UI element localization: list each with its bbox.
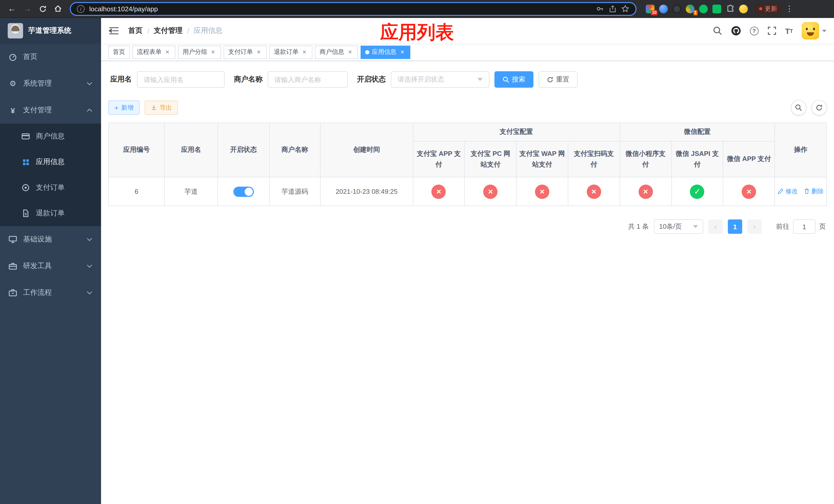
sidebar-item-label: 退款订单	[36, 209, 65, 218]
monitor-icon	[9, 235, 17, 244]
sidebar-item-label: 应用信息	[36, 157, 65, 167]
tab-close-icon[interactable]: ✕	[347, 49, 353, 55]
tab-close-icon[interactable]: ✕	[399, 49, 406, 55]
address-bar[interactable]: i localhost:1024/pay/app	[70, 2, 637, 16]
site-info-icon[interactable]: i	[77, 5, 85, 13]
refresh-table-button[interactable]	[811, 100, 827, 115]
sidebar-item-home[interactable]: 首页	[0, 44, 101, 70]
extensions-puzzle-icon[interactable]	[726, 4, 734, 13]
extension-icon[interactable]: 10	[646, 4, 655, 13]
page-unit-label: 页	[819, 222, 826, 231]
col-wx-jsapi: 微信 JSAPI 支付	[672, 141, 723, 177]
extension-icon[interactable]	[659, 4, 668, 13]
cell-app-name: 芋道	[164, 177, 218, 206]
merchant-name-input[interactable]	[275, 76, 341, 83]
col-alipay-wap: 支付宝 WAP 网站支付	[516, 141, 568, 177]
sidebar-item-label: 工作流程	[23, 288, 52, 297]
tab-close-icon[interactable]: ✕	[164, 49, 171, 55]
edit-button[interactable]: 修改	[778, 187, 798, 196]
sidebar-item-workflow[interactable]: 工作流程	[0, 279, 101, 306]
extension-icon[interactable]	[699, 4, 708, 13]
back-icon[interactable]: ←	[5, 2, 19, 15]
search-icon[interactable]	[713, 26, 722, 36]
password-key-icon[interactable]	[596, 5, 604, 13]
gear-icon: ⚙	[9, 79, 17, 88]
add-button[interactable]: + 新增	[108, 100, 139, 115]
cell-status	[218, 177, 269, 206]
browser-menu-icon[interactable]: ⋮	[784, 4, 794, 13]
merchant-name-input-wrap	[268, 71, 348, 88]
extension-icon[interactable]	[673, 4, 681, 13]
search-button[interactable]: 搜索	[495, 71, 533, 88]
tab-label: 退款订单	[274, 48, 299, 56]
extension-icon[interactable]	[712, 4, 721, 13]
breadcrumb-payment[interactable]: 支付管理	[154, 26, 182, 36]
sidebar-logo[interactable]: 芋道管理系统	[0, 18, 101, 44]
browser-update-button[interactable]: 更新	[754, 3, 782, 14]
col-created: 创建时间	[320, 123, 413, 177]
breadcrumb-separator: /	[187, 27, 189, 35]
toggle-search-button[interactable]	[791, 100, 806, 115]
status-toggle[interactable]	[233, 186, 254, 197]
sidebar-item-dev-tools[interactable]: 研发工具	[0, 253, 101, 279]
navbar-actions: ? TT	[713, 22, 826, 40]
tab-home[interactable]: 首页	[108, 45, 130, 59]
extension-emoji-icon[interactable]	[739, 4, 748, 13]
plus-icon: +	[114, 104, 118, 111]
reset-button[interactable]: 重置	[539, 71, 577, 88]
delete-button[interactable]: 删除	[804, 187, 824, 196]
tab-user-group[interactable]: 用户分组 ✕	[178, 45, 221, 59]
sidebar-item-pay-orders[interactable]: 支付订单	[0, 175, 101, 201]
browser-window: ← → i localhost:1024/pay/app 10 1	[0, 0, 834, 504]
font-size-icon[interactable]: TT	[785, 26, 793, 35]
chevron-up-icon	[87, 108, 92, 112]
export-button[interactable]: 导出	[145, 100, 178, 115]
hamburger-icon[interactable]	[109, 25, 120, 37]
extension-badge: 1	[693, 10, 698, 15]
status-select[interactable]: 请选择开启状态	[391, 71, 489, 88]
extensions-strip: 10 1	[646, 4, 748, 13]
page-number-button[interactable]: 1	[728, 220, 742, 234]
cell-alipay-wap: ×	[516, 177, 568, 206]
delete-label: 删除	[811, 187, 824, 196]
sidebar-item-merchant-info[interactable]: 商户信息	[0, 123, 101, 149]
home-icon[interactable]	[51, 2, 65, 15]
help-icon[interactable]: ?	[750, 26, 758, 35]
share-icon[interactable]	[609, 5, 616, 13]
extension-icon[interactable]: 1	[686, 4, 695, 13]
breadcrumb-current: 应用信息	[194, 26, 223, 36]
tab-refund-orders[interactable]: 退款订单 ✕	[269, 45, 312, 59]
tab-process-form[interactable]: 流程表单 ✕	[132, 45, 175, 59]
github-icon[interactable]	[731, 26, 741, 36]
tab-pay-orders[interactable]: 支付订单 ✕	[224, 45, 267, 59]
sidebar-item-payment[interactable]: ¥ 支付管理	[0, 97, 101, 123]
tab-close-icon[interactable]: ✕	[210, 49, 216, 55]
fullscreen-icon[interactable]	[767, 26, 776, 36]
breadcrumb-home[interactable]: 首页	[128, 26, 142, 36]
sidebar-item-app-info[interactable]: 应用信息	[0, 149, 101, 175]
reload-icon[interactable]	[36, 2, 49, 15]
next-page-button[interactable]: ›	[747, 220, 762, 234]
active-tab-dot	[365, 50, 369, 54]
yen-icon: ¥	[9, 106, 17, 114]
tab-label: 商户信息	[320, 48, 344, 56]
goto-page-input[interactable]	[793, 220, 815, 234]
url-text[interactable]: localhost:1024/pay/app	[89, 5, 591, 13]
sidebar-item-label: 支付管理	[23, 106, 52, 115]
sidebar-item-infrastructure[interactable]: 基础设施	[0, 226, 101, 253]
sidebar-item-system[interactable]: ⚙ 系统管理	[0, 70, 101, 97]
page-size-select[interactable]: 10条/页	[654, 220, 703, 234]
tab-app-info[interactable]: 应用信息 ✕	[360, 45, 410, 59]
forward-icon[interactable]: →	[21, 2, 34, 15]
col-app-id: 应用编号	[109, 123, 164, 177]
user-avatar[interactable]	[802, 22, 826, 40]
tab-close-icon[interactable]: ✕	[256, 49, 262, 55]
tab-close-icon[interactable]: ✕	[301, 49, 308, 55]
tab-merchant-info[interactable]: 商户信息 ✕	[315, 45, 358, 59]
page-size-value: 10条/页	[659, 222, 682, 231]
bookmark-star-icon[interactable]	[621, 5, 629, 13]
app-name-input[interactable]	[144, 76, 218, 83]
prev-page-button[interactable]: ‹	[708, 220, 723, 234]
pagination-total: 共 1 条	[628, 222, 649, 231]
sidebar-item-refund-orders[interactable]: 退款订单	[0, 201, 101, 226]
